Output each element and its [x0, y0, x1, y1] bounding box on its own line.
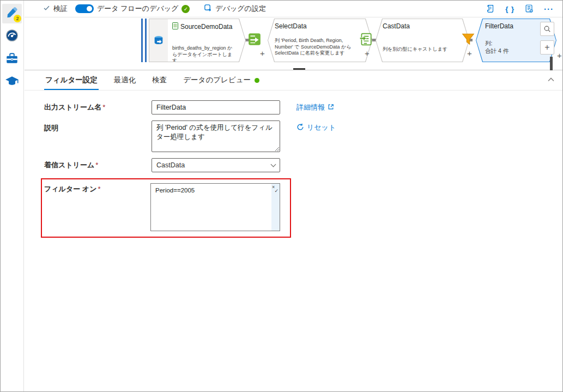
- zoom-search-button[interactable]: [540, 22, 554, 36]
- validate-label: 検証: [53, 4, 68, 14]
- settings-tabbar: フィルター設定 最適化 検査 データのプレビュー: [25, 70, 562, 91]
- node-description: 列 'Period, Birth Death, Region, Number' …: [268, 38, 372, 59]
- node-select-data[interactable]: SelectData 列 'Period, Birth Death, Regio…: [268, 19, 372, 62]
- main-area: 検証 データ フローのデバッグ ✓ デバッグの設定: [25, 1, 562, 391]
- node-title: CastData: [376, 19, 469, 30]
- tab-inspect[interactable]: 検査: [151, 71, 168, 90]
- tab-data-preview[interactable]: データのプレビュー: [182, 71, 261, 90]
- debug-settings-button[interactable]: デバッグの設定: [204, 4, 266, 14]
- more-options-icon[interactable]: ···: [544, 4, 554, 14]
- dataflow-toolbar: 検証 データ フローのデバッグ ✓ デバッグの設定: [25, 1, 562, 17]
- toolbox-icon: [5, 51, 19, 68]
- incoming-stream-row: 着信ストリーム* CastData: [44, 158, 562, 172]
- select-transform-icon[interactable]: [247, 32, 262, 47]
- toolbar-right-icons: { } ···: [486, 4, 562, 14]
- debug-ready-badge: ✓: [181, 5, 190, 13]
- code-braces-icon[interactable]: { }: [505, 5, 514, 13]
- debug-settings-icon: [204, 4, 212, 14]
- output-stream-row: 出力ストリーム名* 詳細情報: [44, 100, 562, 114]
- node-description: births_deaths_by_region からデータをインポートします: [168, 45, 245, 62]
- source-dataset-icon: [149, 19, 168, 62]
- stream-edge-marker: [141, 19, 147, 62]
- node-source-demo-data[interactable]: SourceDemoData births_deaths_by_region か…: [149, 19, 246, 62]
- graduation-cap-icon: [5, 74, 19, 91]
- filter-on-label: フィルター オン*: [44, 183, 150, 194]
- add-transform-plus[interactable]: +: [260, 49, 265, 57]
- filter-on-row-highlight: フィルター オン* Period==2005 ×✓: [41, 178, 291, 238]
- node-cast-data[interactable]: CastData 列を別の型にキャストします: [376, 19, 469, 62]
- debug-settings-label: デバッグの設定: [215, 4, 266, 14]
- monitor-gauge-item[interactable]: [2, 27, 22, 46]
- filter-settings-form: 出力ストリーム名* 詳細情報 説明 列 'Period' の式を使用して行をフィ…: [25, 91, 562, 238]
- canvas-vertical-scrollbar[interactable]: [550, 57, 553, 70]
- left-icon-rail: 2: [1, 1, 24, 391]
- preview-ready-dot: [255, 78, 259, 83]
- manage-toolbox-item[interactable]: [2, 50, 22, 69]
- add-transform-plus[interactable]: +: [365, 49, 370, 57]
- debug-toggle-label: データ フローのデバッグ: [97, 4, 178, 14]
- list-settings-icon[interactable]: [524, 4, 534, 14]
- incoming-stream-label: 着信ストリーム*: [44, 160, 152, 170]
- filter-expression-editor[interactable]: Period==2005 ×✓: [150, 183, 280, 231]
- refresh-icon: [296, 123, 304, 132]
- filter-expression-value: Period==2005: [151, 184, 280, 194]
- learning-center-item[interactable]: [2, 73, 22, 92]
- external-link-icon: [328, 104, 334, 112]
- toggle-knob: [87, 6, 92, 11]
- chevron-down-icon: [271, 161, 276, 167]
- incoming-stream-select[interactable]: CastData: [152, 158, 280, 172]
- author-badge: 2: [14, 15, 21, 22]
- output-stream-input[interactable]: [152, 100, 280, 114]
- gauge-icon: [5, 28, 19, 45]
- add-transform-plus[interactable]: +: [557, 51, 562, 59]
- check-icon: [43, 4, 50, 13]
- tab-filter-settings[interactable]: フィルター設定: [44, 71, 99, 90]
- dataflow-canvas[interactable]: SourceDemoData births_deaths_by_region か…: [25, 17, 562, 70]
- description-label: 説明: [44, 120, 152, 133]
- node-title: SourceDemoData: [168, 19, 245, 31]
- node-title: SelectData: [268, 19, 372, 30]
- expression-builder-icon[interactable]: ×✓: [272, 185, 279, 193]
- filter-transform-icon[interactable]: [461, 32, 476, 47]
- learn-more-link[interactable]: 詳細情報: [296, 102, 562, 112]
- description-textarea[interactable]: 列 'Period' の式を使用して行をフィルター処理します: [152, 120, 280, 152]
- data-flow-editor-window: 2: [0, 0, 563, 392]
- dataset-doc-icon: [172, 22, 178, 31]
- reset-link[interactable]: リセット: [296, 120, 562, 132]
- collapse-panel-chevron-icon[interactable]: [547, 75, 555, 85]
- tab-optimize[interactable]: 最適化: [113, 71, 137, 90]
- add-next-transform-button[interactable]: +: [540, 40, 554, 55]
- script-icon[interactable]: [486, 4, 495, 14]
- output-stream-label: 出力ストリーム名*: [44, 102, 152, 112]
- node-description: 列を別の型にキャストします: [376, 46, 469, 55]
- debug-toggle[interactable]: [75, 4, 94, 13]
- validate-button[interactable]: 検証: [43, 4, 68, 14]
- description-row: 説明 列 'Period' の式を使用して行をフィルター処理します リセット: [44, 120, 562, 152]
- cast-transform-icon[interactable]: [358, 32, 373, 47]
- author-pencil-item[interactable]: 2: [2, 4, 22, 23]
- add-transform-plus[interactable]: +: [467, 49, 472, 57]
- panel-resize-handle[interactable]: [293, 68, 305, 70]
